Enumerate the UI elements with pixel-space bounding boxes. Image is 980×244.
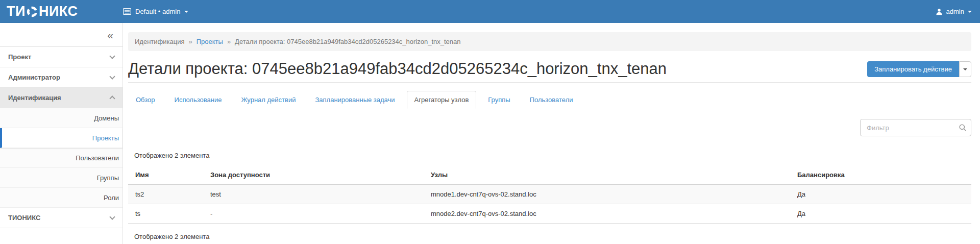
column-header-name: Имя [128, 166, 203, 184]
schedule-action-button[interactable]: Запланировать действие [867, 61, 959, 77]
tab-users[interactable]: Пользователи [522, 91, 581, 109]
sidebar-section-project[interactable]: Проект [0, 47, 122, 67]
breadcrumb-item-identity: Идентификация [135, 38, 184, 45]
user-menu[interactable]: admin [936, 8, 980, 15]
tab-groups[interactable]: Группы [480, 91, 518, 109]
sidebar-section-label: Идентификация [8, 94, 61, 102]
caret-down-icon [184, 11, 188, 13]
cell-zone: test [203, 184, 424, 204]
tionix-logo: ТИ НИКС [0, 5, 123, 18]
cell-zone: - [203, 204, 424, 224]
top-header-bar: ТИ НИКС Default • admin admin [0, 0, 980, 23]
main-content: Идентификация » Проекты » Детали проекта… [123, 23, 980, 244]
project-list-icon [123, 8, 131, 15]
filter-row [128, 119, 971, 136]
sidebar-section-admin[interactable]: Администратор [0, 67, 122, 88]
filter-box [860, 119, 971, 136]
breadcrumb-link-projects[interactable]: Проекты [197, 38, 223, 45]
breadcrumb-separator: » [227, 38, 231, 45]
column-header-balancing: Балансировка [790, 166, 971, 184]
chevron-down-icon [109, 74, 115, 79]
sidebar-item-label: Проекты [92, 134, 119, 142]
logo-text-right: НИКС [39, 5, 78, 18]
sidebar-item-label: Роли [104, 194, 119, 202]
tab-action-log[interactable]: Журнал действий [233, 91, 303, 109]
sidebar-item-groups[interactable]: Группы [0, 168, 122, 188]
detail-tabs: Обзор Использование Журнал действий Запл… [128, 91, 971, 109]
schedule-action-caret-button[interactable] [959, 61, 971, 77]
sidebar-collapse-button[interactable]: « [107, 30, 113, 40]
search-icon[interactable] [959, 124, 967, 132]
chevron-up-icon [109, 95, 115, 101]
sidebar-item-users[interactable]: Пользователи [0, 148, 122, 168]
sidebar-item-domains[interactable]: Домены [0, 108, 122, 128]
cell-balancing: Да [790, 204, 971, 224]
tab-host-aggregates[interactable]: Агрегаторы узлов [407, 91, 477, 109]
schedule-action-split-button: Запланировать действие [867, 61, 971, 77]
sidebar-section-tionix[interactable]: ТИОНИКС [0, 208, 122, 228]
filter-input[interactable] [860, 119, 971, 136]
items-count-bottom: Отображено 2 элемента [134, 233, 971, 240]
logo-ring-icon [24, 4, 40, 19]
cell-name: ts2 [128, 184, 203, 204]
breadcrumb-item-current: Детали проекта: 0745ee8b21a949fab34cd2d0… [235, 38, 460, 45]
page-title: Детали проекта: 0745ee8b21a949fab34cd2d0… [128, 58, 667, 80]
column-header-nodes: Узлы [424, 166, 790, 184]
project-context-menu[interactable]: Default • admin [123, 8, 188, 15]
table-header-row: Имя Зона доступности Узлы Балансировка [128, 166, 971, 184]
sidebar-collapse-row: « [0, 23, 122, 47]
sidebar-section-label: ТИОНИКС [8, 214, 40, 222]
tab-usage[interactable]: Использование [167, 91, 230, 109]
breadcrumb-separator: » [188, 38, 192, 45]
identity-submenu: Домены Проекты Пользователи Группы Роли [0, 108, 122, 208]
table-row[interactable]: ts - mnode2.dev-cnt7q-ovs-02.stand.loc Д… [128, 204, 971, 224]
title-divider [128, 82, 971, 83]
cell-nodes: mnode2.dev-cnt7q-ovs-02.stand.loc [424, 204, 790, 224]
aggregates-table: Имя Зона доступности Узлы Балансировка t… [128, 166, 971, 224]
sidebar-item-label: Группы [97, 174, 119, 182]
table-row[interactable]: ts2 test mnode1.dev-cnt7q-ovs-02.stand.l… [128, 184, 971, 204]
logo-text-left: ТИ [7, 5, 26, 18]
sidebar-item-label: Пользователи [76, 154, 119, 162]
project-context-label: Default • admin [135, 8, 180, 15]
sidebar-item-projects[interactable]: Проекты [0, 128, 122, 148]
cell-balancing: Да [790, 184, 971, 204]
sidebar-item-roles[interactable]: Роли [0, 188, 122, 208]
tab-overview[interactable]: Обзор [128, 91, 163, 109]
caret-down-icon [968, 11, 972, 13]
column-header-zone: Зона доступности [203, 166, 424, 184]
user-menu-label: admin [946, 8, 964, 15]
page-title-row: Детали проекта: 0745ee8b21a949fab34cd2d0… [128, 58, 971, 80]
cell-nodes: mnode1.dev-cnt7q-ovs-02.stand.loc [424, 184, 790, 204]
breadcrumb: Идентификация » Проекты » Детали проекта… [128, 32, 971, 51]
sidebar-section-identity[interactable]: Идентификация [0, 88, 122, 108]
cell-name: ts [128, 204, 203, 224]
sidebar-section-label: Администратор [8, 74, 60, 81]
tab-scheduled-tasks[interactable]: Запланированные задачи [307, 91, 402, 109]
user-icon [936, 8, 943, 15]
items-count-top: Отображено 2 элемента [134, 152, 971, 159]
chevron-down-icon [109, 214, 115, 219]
chevron-down-icon [109, 53, 115, 59]
sidebar: « Проект Администратор Идентификация Дом… [0, 23, 123, 244]
caret-down-icon [963, 68, 967, 70]
sidebar-section-label: Проект [8, 53, 31, 61]
sidebar-item-label: Домены [94, 114, 119, 122]
